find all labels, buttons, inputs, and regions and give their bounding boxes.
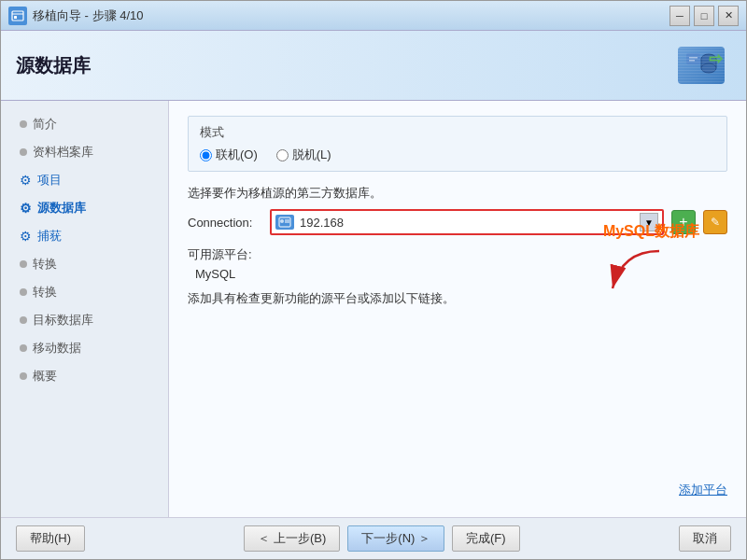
add-platform-link[interactable]: 添加平台 bbox=[679, 482, 727, 498]
database-icon: ⇨ bbox=[678, 47, 725, 84]
app-icon bbox=[8, 7, 27, 25]
sidebar-dot-transform1 bbox=[20, 260, 27, 268]
sidebar-dot-transform2 bbox=[20, 288, 27, 296]
sidebar-dot-intro bbox=[20, 120, 27, 128]
connection-label: Connection: bbox=[188, 216, 262, 230]
page-title: 源数据库 bbox=[16, 53, 91, 78]
sidebar-dot-migrate-data bbox=[20, 344, 27, 352]
sidebar-dot-target-db bbox=[20, 316, 27, 324]
sidebar: 简介 资料档案库 ⚙ 项目 ⚙ 源数据库 ⚙ 捕莸 转换 bbox=[1, 101, 169, 517]
sidebar-item-archive[interactable]: 资料档案库 bbox=[1, 138, 168, 166]
sidebar-item-intro[interactable]: 简介 bbox=[1, 110, 168, 138]
mode-title: 模式 bbox=[200, 124, 715, 141]
mode-section: 模式 联机(O) 脱机(L) bbox=[188, 116, 727, 172]
sidebar-icon-project: ⚙ bbox=[20, 173, 32, 188]
next-button[interactable]: 下一步(N) ＞ bbox=[347, 525, 444, 552]
sidebar-label-intro: 简介 bbox=[33, 116, 57, 133]
svg-rect-5 bbox=[689, 60, 695, 62]
svg-point-12 bbox=[280, 219, 284, 223]
svg-rect-4 bbox=[689, 57, 698, 59]
cancel-button[interactable]: 取消 bbox=[679, 525, 731, 552]
maximize-button[interactable]: □ bbox=[694, 6, 714, 26]
sidebar-label-target-db: 目标数据库 bbox=[33, 312, 93, 329]
footer-right: 取消 bbox=[679, 525, 731, 552]
sidebar-item-transform1[interactable]: 转换 bbox=[1, 250, 168, 278]
platform-name-mysql: MySQL bbox=[195, 267, 727, 281]
connection-dropdown-wrapper: ▼ bbox=[270, 209, 664, 235]
add-connection-button[interactable]: + bbox=[671, 210, 696, 234]
window-controls: ─ □ ✕ bbox=[669, 6, 739, 26]
offline-radio[interactable] bbox=[276, 149, 289, 161]
sidebar-label-archive: 资料档案库 bbox=[33, 144, 93, 161]
sidebar-dot-archive bbox=[20, 148, 27, 156]
close-button[interactable]: ✕ bbox=[718, 6, 739, 26]
online-mode-label: 联机(O) bbox=[216, 147, 258, 163]
sidebar-label-transform1: 转换 bbox=[33, 256, 57, 273]
title-bar: 移植向导 - 步骤 4/10 ─ □ ✕ bbox=[1, 1, 746, 31]
sidebar-dot-summary bbox=[20, 372, 27, 380]
offline-mode-label: 脱机(L) bbox=[292, 147, 331, 163]
connection-row: Connection: ▼ + ✎ bbox=[188, 209, 727, 235]
sidebar-label-migrate-data: 移动数据 bbox=[33, 340, 81, 357]
online-mode-option[interactable]: 联机(O) bbox=[200, 147, 258, 163]
footer: 帮助(H) ＜ 上一步(B) 下一步(N) ＞ 完成(F) 取消 bbox=[1, 517, 746, 559]
main-window: 移植向导 - 步骤 4/10 ─ □ ✕ 源数据库 ⇨ bbox=[0, 0, 747, 560]
sidebar-item-target-db[interactable]: 目标数据库 bbox=[1, 306, 168, 334]
connection-icon bbox=[275, 215, 294, 230]
content-area: 简介 资料档案库 ⚙ 项目 ⚙ 源数据库 ⚙ 捕莸 转换 bbox=[1, 101, 746, 517]
svg-rect-2 bbox=[14, 16, 17, 19]
sidebar-item-project[interactable]: ⚙ 项目 bbox=[1, 166, 168, 194]
radio-group: 联机(O) 脱机(L) bbox=[200, 147, 715, 163]
sidebar-item-migrate-data[interactable]: 移动数据 bbox=[1, 334, 168, 362]
minimize-button[interactable]: ─ bbox=[669, 6, 690, 26]
connection-input[interactable] bbox=[300, 216, 634, 230]
sidebar-label-capture: 捕莸 bbox=[37, 228, 62, 245]
available-platforms: 可用源平台: MySQL bbox=[188, 246, 727, 281]
window-title: 移植向导 - 步骤 4/10 bbox=[33, 7, 669, 24]
prev-button[interactable]: ＜ 上一步(B) bbox=[244, 525, 340, 552]
edit-connection-button[interactable]: ✎ bbox=[703, 210, 727, 234]
sidebar-item-capture[interactable]: ⚙ 捕莸 bbox=[1, 222, 168, 250]
online-radio[interactable] bbox=[200, 149, 212, 161]
header-icon: ⇨ bbox=[671, 42, 731, 89]
footer-left: 帮助(H) bbox=[16, 525, 85, 552]
sidebar-label-source-db: 源数据库 bbox=[37, 200, 86, 217]
platforms-label: 可用源平台: bbox=[188, 246, 727, 263]
add-link-text: 添加具有检查更新功能的源平台或添加以下链接。 bbox=[188, 290, 727, 307]
svg-rect-3 bbox=[686, 53, 700, 64]
main-content: 模式 联机(O) 脱机(L) 选择要作为移植源的第三方数据库。 Connecti… bbox=[169, 101, 746, 517]
svg-rect-0 bbox=[12, 11, 23, 21]
sidebar-label-transform2: 转换 bbox=[33, 284, 57, 301]
finish-button[interactable]: 完成(F) bbox=[452, 525, 520, 552]
sidebar-icon-source-db: ⚙ bbox=[20, 201, 32, 216]
sidebar-icon-capture: ⚙ bbox=[20, 229, 32, 244]
connection-dropdown-arrow[interactable]: ▼ bbox=[640, 213, 658, 231]
page-header: 源数据库 ⇨ bbox=[1, 31, 746, 101]
help-button[interactable]: 帮助(H) bbox=[16, 525, 85, 552]
description-text: 选择要作为移植源的第三方数据库。 bbox=[188, 185, 727, 202]
arrow-icon: ⇨ bbox=[709, 49, 723, 69]
footer-center: ＜ 上一步(B) 下一步(N) ＞ 完成(F) bbox=[244, 525, 519, 552]
sidebar-label-project: 项目 bbox=[37, 172, 62, 189]
sidebar-item-source-db[interactable]: ⚙ 源数据库 bbox=[1, 194, 168, 222]
sidebar-item-transform2[interactable]: 转换 bbox=[1, 278, 168, 306]
sidebar-label-summary: 概要 bbox=[33, 368, 57, 385]
sidebar-item-summary[interactable]: 概要 bbox=[1, 362, 168, 390]
offline-mode-option[interactable]: 脱机(L) bbox=[276, 147, 331, 163]
